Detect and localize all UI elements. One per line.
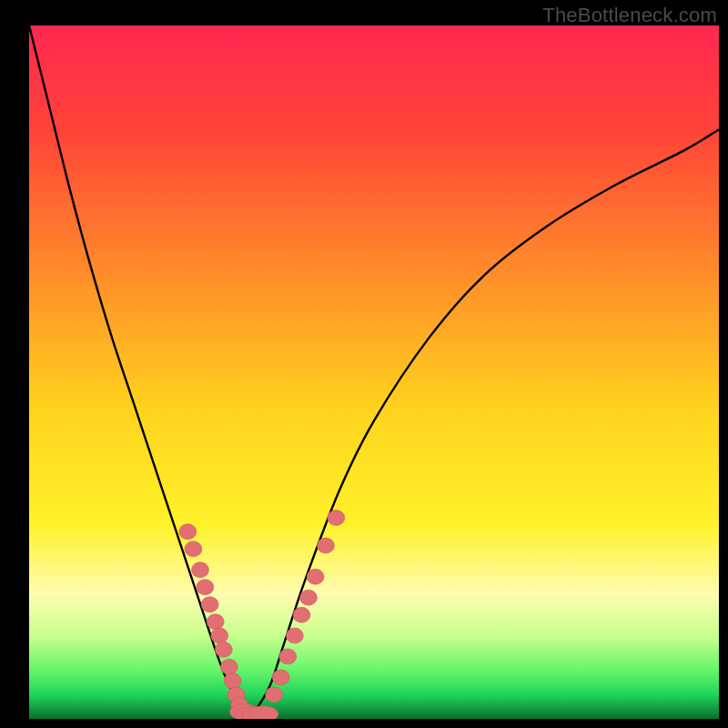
curve-marker <box>215 642 232 657</box>
curve-marker <box>317 538 334 553</box>
curve-marker <box>328 511 345 526</box>
curve-marker <box>211 628 228 643</box>
curve-marker <box>299 590 317 605</box>
gradient-background <box>29 25 719 719</box>
curve-marker <box>224 673 241 689</box>
curve-marker <box>191 562 208 578</box>
curve-marker <box>279 649 297 664</box>
curve-marker <box>272 670 289 685</box>
curve-marker <box>201 597 218 612</box>
attribution-text: TheBottleneck.com <box>542 4 717 27</box>
bottleneck-chart <box>29 25 719 719</box>
curve-marker <box>266 687 283 703</box>
curve-marker <box>286 628 303 643</box>
chart-frame: TheBottleneck.com <box>0 0 728 728</box>
curve-marker <box>220 659 238 674</box>
plot-area <box>29 25 719 719</box>
curve-marker <box>185 541 202 557</box>
curve-marker <box>207 614 224 630</box>
curve-marker <box>197 580 214 595</box>
curve-marker <box>307 569 324 584</box>
curve-marker <box>179 524 197 540</box>
curve-marker <box>293 607 310 622</box>
